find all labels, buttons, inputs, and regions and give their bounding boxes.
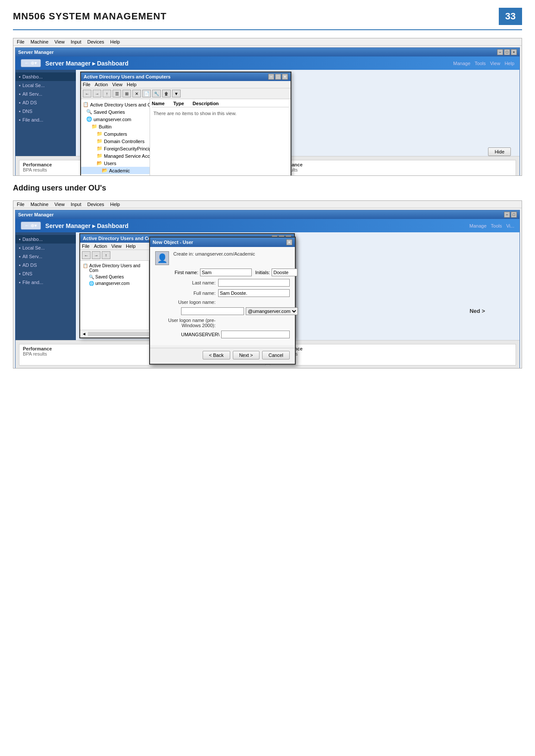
restore-btn[interactable]: □ [504, 49, 510, 55]
menu-input[interactable]: Input [71, 39, 81, 44]
sm-main-content: Active Directory Users and Computers − □… [76, 70, 519, 156]
ad2-menu-file[interactable]: File [82, 244, 90, 249]
sidebar-item-dns[interactable]: ▪ DNS [16, 107, 76, 116]
pre-win-row: User logon name (pre-Windows 2000): [155, 318, 290, 328]
sm2-sidebar-dashboard[interactable]: ▪ Dashbo... [16, 235, 76, 244]
back-button[interactable]: < Back [203, 351, 230, 359]
tb-list[interactable]: ☰ [113, 90, 121, 97]
menu-devices[interactable]: Devices [87, 39, 104, 44]
menu2-view[interactable]: View [54, 202, 65, 207]
hide-button[interactable]: Hide [488, 147, 511, 156]
sm2-restore[interactable]: □ [511, 212, 517, 218]
ad-column-headers: Name Type Description [152, 101, 289, 107]
full-name-input[interactable] [218, 289, 290, 297]
tb-filter[interactable]: ▼ [172, 90, 181, 97]
menu-help[interactable]: Help [110, 39, 120, 44]
ad-foreignsec[interactable]: 📁 ForeignSecurityPrincipals [81, 145, 150, 152]
hide-btn-area: Hide [488, 147, 511, 156]
ad2-tree-root[interactable]: 📋Active Directory Users and Com [82, 262, 147, 274]
last-name-input[interactable] [218, 279, 290, 287]
ad-builtin[interactable]: 📁 Builtin [81, 123, 150, 130]
foreignsec-icon: 📁 [97, 146, 103, 151]
sm2-sidebar-dns[interactable]: ▪ DNS [16, 269, 76, 278]
sm2-minimize[interactable]: − [504, 212, 510, 218]
sidebar-item-dashboard[interactable]: ▪ Dashbo... [16, 72, 76, 81]
logon-input[interactable] [181, 307, 244, 315]
cancel-button[interactable]: Cancel [262, 351, 290, 359]
sm2-sidebar-local[interactable]: ▪ Local Se... [16, 244, 76, 252]
ad-domain[interactable]: 🌐 umangserver.com [81, 116, 150, 123]
ad-menu-file[interactable]: File [83, 82, 91, 87]
menu2-machine[interactable]: Machine [31, 202, 49, 207]
sidebar-item-allservers[interactable]: ▪ All Serv... [16, 90, 76, 98]
perf-label-2: Performance [274, 162, 513, 167]
ad-managed-svc[interactable]: 📁 Managed Service Accounts [81, 152, 150, 159]
pre-win-input[interactable] [221, 331, 290, 338]
sm2-dash-icon: ▪ [19, 237, 21, 242]
ad-menu-view[interactable]: View [112, 82, 122, 87]
help-menu[interactable]: Help [504, 61, 514, 66]
sidebar-item-adds[interactable]: ▪ AD DS [16, 98, 76, 107]
menu2-devices[interactable]: Devices [87, 202, 104, 207]
ad-users[interactable]: 📂 Users [81, 159, 150, 167]
ad2-tb1[interactable]: ← [82, 251, 91, 259]
ad-menu-action[interactable]: Action [95, 82, 108, 87]
ad-titlebar: Active Directory Users and Computers − □… [81, 72, 291, 81]
menu2-file[interactable]: File [17, 202, 25, 207]
next-button[interactable]: Next > [233, 351, 260, 359]
menu2-input[interactable]: Input [71, 202, 81, 207]
ad-saved-queries[interactable]: 🔍 Saved Queries [81, 108, 150, 116]
sm2-manage[interactable]: Manage [469, 223, 487, 228]
menu-view[interactable]: View [54, 39, 65, 44]
sm-body: ▪ Dashbo... ▪ Local Se... ▪ All Serv... … [16, 70, 519, 156]
sm-path: Server Manager ▸ Dashboard [45, 60, 128, 67]
ad2-menu-help[interactable]: Help [126, 244, 136, 249]
tb-detail[interactable]: ⊞ [122, 90, 131, 97]
sidebar-item-localserver[interactable]: ▪ Local Se... [16, 81, 76, 90]
ad-menu-help[interactable]: Help [127, 82, 137, 87]
sm2-sidebar-adds[interactable]: ▪ AD DS [16, 261, 76, 269]
ad-minimize[interactable]: − [268, 74, 274, 80]
back-btn[interactable]: ← ⊕▾ [21, 59, 41, 67]
menu-file[interactable]: File [17, 39, 25, 44]
sm2-view[interactable]: Vi... [506, 223, 514, 228]
sm2-back-btn[interactable]: ← ⊕▾ [21, 222, 41, 230]
close-btn[interactable]: × [511, 49, 517, 55]
ad2-tb3[interactable]: ↑ [102, 251, 110, 259]
ad-tree-root[interactable]: 📋 Active Directory Users and Com [81, 101, 150, 108]
ad-computers[interactable]: 📁 Computers [81, 130, 150, 137]
menu-machine[interactable]: Machine [31, 39, 49, 44]
sidebar-item-fileservices[interactable]: ▪ File and... [16, 116, 76, 124]
tb-back[interactable]: ← [83, 90, 91, 97]
server-manager-titlebar: Server Manager − □ × [16, 48, 519, 56]
dialog-close-btn[interactable]: × [286, 239, 292, 245]
ad2-tree-domain[interactable]: 🌐umangserver.com [82, 280, 147, 287]
domain-select[interactable]: @umangserver.com [246, 307, 298, 315]
tools-menu[interactable]: Tools [475, 61, 486, 66]
sm2-sidebar-file[interactable]: ▪ File and... [16, 278, 76, 287]
manage-menu[interactable]: Manage [453, 61, 470, 66]
tb-up[interactable]: ↑ [103, 90, 111, 97]
ad2-tree-saved[interactable]: 🔍Saved Queries [82, 274, 147, 280]
menu2-help[interactable]: Help [110, 202, 120, 207]
sm2-sidebar-all[interactable]: ▪ All Serv... [16, 252, 76, 261]
tb-x[interactable]: ✕ [132, 90, 141, 97]
ad2-menu-view[interactable]: View [111, 244, 122, 249]
view-menu[interactable]: View [490, 61, 501, 66]
tb-new[interactable]: 📄 [142, 90, 151, 97]
ad-academic[interactable]: 📂 Academic [81, 167, 150, 174]
ad-dc[interactable]: 📁 Domain Controllers [81, 137, 150, 145]
ad2-tb2[interactable]: → [92, 251, 100, 259]
minimize-btn[interactable]: − [497, 49, 503, 55]
ad2-menu-action[interactable]: Action [94, 244, 107, 249]
tb-prop[interactable]: 🔧 [152, 90, 161, 97]
first-name-input[interactable] [200, 269, 252, 276]
tb-del[interactable]: 🗑 [162, 90, 171, 97]
ad-content: Name Type Description There are no items… [150, 99, 291, 176]
full-name-label: Full name: [155, 291, 216, 296]
ad-restore[interactable]: □ [275, 74, 281, 80]
sm2-tools[interactable]: Tools [491, 223, 502, 228]
tb-forward[interactable]: → [93, 90, 101, 97]
initials-input[interactable] [272, 269, 297, 276]
ad-close[interactable]: × [282, 74, 288, 80]
